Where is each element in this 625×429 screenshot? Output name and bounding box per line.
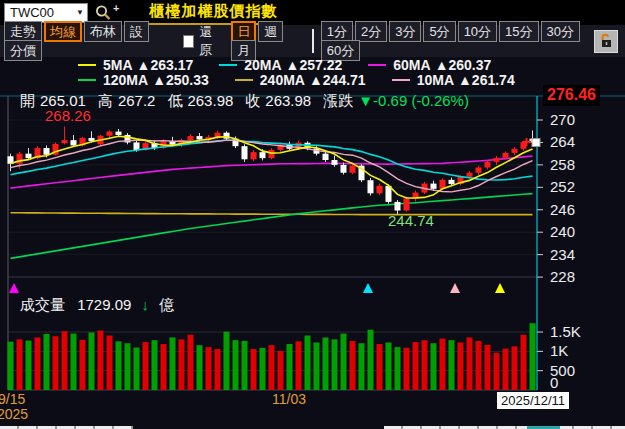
price-axis-tick: 234 <box>550 246 575 263</box>
high-value: 267.2 <box>118 92 156 109</box>
signal-cyan <box>363 283 373 293</box>
volume-label: 成交量 <box>20 296 65 313</box>
high-label: 高 <box>98 92 113 109</box>
legend-name: 20MA <box>244 57 281 73</box>
volume-unit: 億 <box>159 296 174 313</box>
price-axis-tick: 264 <box>550 133 575 150</box>
ma240-line <box>11 213 533 215</box>
ma20-line <box>11 140 533 180</box>
restore-checkbox[interactable]: 還原 <box>183 23 223 59</box>
volume-readout: 成交量 1729.09 ↓ 億 <box>20 296 174 315</box>
legend-swatch <box>368 64 386 66</box>
last-point-marker <box>532 139 540 147</box>
tool-button-bollinger[interactable]: 布林 <box>84 21 122 42</box>
chart-canvas[interactable] <box>0 86 625 429</box>
search-icon[interactable]: + <box>94 4 119 22</box>
price-axis-tick: 258 <box>550 156 575 173</box>
x-axis-label-left: 9/15 <box>0 391 25 407</box>
tool-button-trend[interactable]: 走勢 <box>4 21 42 42</box>
tool-button-day[interactable]: 日 <box>231 21 256 42</box>
price-axis-tick: 246 <box>550 201 575 218</box>
symbol-select[interactable]: TWC00 ▼ <box>4 3 88 23</box>
legend-value: ▲260.37 <box>435 57 492 73</box>
signal-magenta <box>9 283 19 293</box>
tool-button-3min[interactable]: 3分 <box>389 21 421 42</box>
ma120-line <box>11 194 533 259</box>
volume-value: 1729.09 <box>77 296 131 313</box>
close-value: 263.98 <box>265 92 311 109</box>
legend-item-60ma: 60MA▲260.37 <box>368 57 491 73</box>
price-axis-tick: 240 <box>550 223 575 240</box>
signal-yellow <box>495 283 505 293</box>
close-label: 收 <box>245 92 260 109</box>
x-axis-year-label: 2025 <box>0 406 28 422</box>
toolbar: 走勢均線布林設分價 還原 日週月 1分2分3分5分10分15分30分60分 <box>0 25 625 57</box>
legend-swatch <box>392 79 410 81</box>
legend-name: 5MA <box>103 57 133 73</box>
dropdown-caret-icon[interactable]: ▼ <box>76 8 84 17</box>
tool-button-week[interactable]: 週 <box>258 21 283 42</box>
magnifier-glyph <box>94 4 112 22</box>
price-axis-tick: 228 <box>550 268 575 285</box>
volume-axis-tick: 1K <box>550 342 568 359</box>
price-axis-tick: 270 <box>550 111 575 128</box>
lock-button[interactable] <box>594 30 618 53</box>
tool-button-1min[interactable]: 1分 <box>321 21 353 42</box>
volume-down-arrow-icon: ↓ <box>142 296 150 313</box>
legend-swatch <box>78 79 96 81</box>
legend-item-5ma: 5MA▲263.17 <box>78 57 193 73</box>
symbol-value: TWC00 <box>10 5 54 20</box>
tool-button-30min[interactable]: 30分 <box>541 21 580 42</box>
tool-button-15min[interactable]: 15分 <box>499 21 538 42</box>
price-axis-tick: 252 <box>550 178 575 195</box>
period-high-label: 268.26 <box>45 107 91 124</box>
signal-pink <box>450 283 460 293</box>
legend-value: ▲257.22 <box>286 57 343 73</box>
legend-name: 60MA <box>393 57 430 73</box>
tool-button-settings[interactable]: 設 <box>124 21 149 42</box>
checkbox-icon[interactable] <box>183 35 195 48</box>
stock-chart-app: TWC00 ▼ + 櫃檯加權股價指數 走勢均線布林設分價 還原 日週月 1分2分… <box>0 0 625 429</box>
chart-area: 開265.01高267.2低263.98收263.98漲跌▼-0.69 (-0.… <box>0 86 625 429</box>
change-value: ▼-0.69 (-0.26%) <box>358 92 469 109</box>
x-axis-label-mid: 11/03 <box>272 391 306 407</box>
volume-axis-tick: 0 <box>550 374 558 391</box>
legend-swatch <box>235 79 253 81</box>
legend-value: ▲263.17 <box>137 57 194 73</box>
tool-button-ma[interactable]: 均線 <box>44 21 82 42</box>
open-padlock-icon <box>598 33 614 49</box>
tool-button-10min[interactable]: 10分 <box>458 21 497 42</box>
period-low-label: 244.74 <box>388 212 434 229</box>
tool-button-2min[interactable]: 2分 <box>355 21 387 42</box>
toolbar-separator <box>312 29 314 53</box>
add-icon[interactable]: + <box>113 2 119 14</box>
low-value: 263.98 <box>187 92 233 109</box>
reference-price-badge: 276.46 <box>543 85 600 106</box>
volume-axis-tick: 1.5K <box>550 323 581 340</box>
tool-button-5min[interactable]: 5分 <box>423 21 455 42</box>
low-label: 低 <box>167 92 182 109</box>
open-label: 開 <box>20 92 35 109</box>
legend-item-20ma: 20MA▲257.22 <box>219 57 342 73</box>
crosshair-date-box: 2025/12/11 <box>497 392 569 409</box>
legend-swatch <box>219 64 237 66</box>
change-label: 漲跌 <box>323 92 353 109</box>
restore-label: 還原 <box>199 23 222 59</box>
legend-swatch <box>78 64 96 66</box>
ma-legend: 5MA▲263.1720MA▲257.2260MA▲260.37 120MA▲2… <box>0 57 625 86</box>
